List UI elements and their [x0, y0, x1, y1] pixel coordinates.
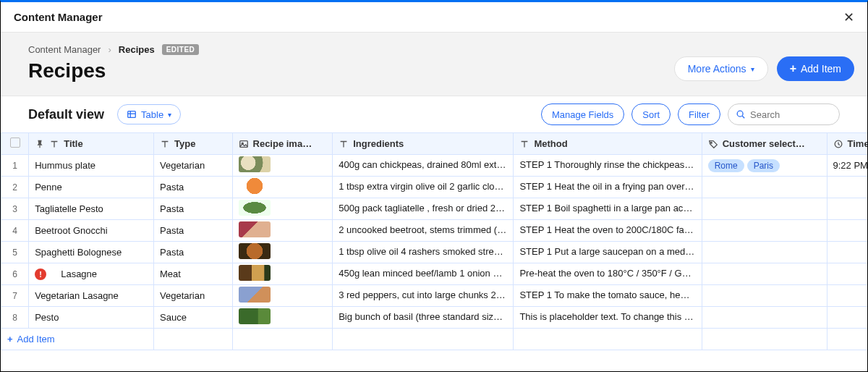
- table-row[interactable]: 6!LasagneMeat450g lean minced beef/lamb …: [1, 263, 868, 285]
- table-row[interactable]: 4Beetroot GnocchiPasta2 uncooked beetroo…: [1, 220, 868, 242]
- cell-method[interactable]: STEP 1 Heat the oil in a frying pan over…: [514, 177, 702, 198]
- cell-time[interactable]: [827, 263, 867, 285]
- clock-icon: [833, 139, 843, 149]
- cell-title[interactable]: Hummus plate: [29, 155, 154, 177]
- cell-ingredients[interactable]: 1 tbsp extra virgin olive oil 2 garlic c…: [333, 177, 514, 198]
- cell-title[interactable]: !Lasagne: [29, 263, 154, 285]
- cell-image[interactable]: [232, 198, 333, 220]
- search-input[interactable]: [750, 109, 822, 120]
- more-actions-button[interactable]: More Actions ▾: [674, 56, 768, 81]
- cell-ingredients[interactable]: 1 tbsp olive oil 4 rashers smoked streak…: [333, 242, 514, 263]
- cell-image[interactable]: [232, 155, 333, 177]
- table-row[interactable]: 8PestoSauceBig bunch of basil (three sta…: [1, 307, 868, 329]
- manage-fields-button[interactable]: Manage Fields: [541, 103, 624, 125]
- table-row[interactable]: 1Hummus plateVegetarian400g can chickpea…: [1, 155, 868, 177]
- cell-ingredients[interactable]: 500g pack tagliatelle , fresh or dried 2…: [333, 198, 514, 220]
- filter-button[interactable]: Filter: [678, 103, 720, 125]
- cell-tags[interactable]: [702, 177, 827, 198]
- col-time[interactable]: Time: [827, 133, 867, 155]
- cell-tags[interactable]: RomeParis: [702, 155, 827, 177]
- svg-rect-6: [239, 140, 247, 147]
- cell-type[interactable]: Sauce: [154, 307, 233, 329]
- row-number: 1: [1, 155, 29, 177]
- cell-ingredients[interactable]: 400g can chickpeas, drained 80ml extr…: [333, 155, 514, 177]
- cell-time[interactable]: [827, 177, 867, 198]
- cell-image[interactable]: [232, 220, 333, 242]
- recipe-thumbnail: [239, 265, 271, 281]
- more-actions-label: More Actions: [688, 63, 746, 75]
- plus-icon: +: [790, 62, 796, 75]
- cell-type[interactable]: Pasta: [154, 198, 233, 220]
- breadcrumb: Content Manager › Recipes EDITED: [28, 44, 199, 55]
- tag-chip[interactable]: Paris: [747, 159, 780, 172]
- cell-tags[interactable]: [702, 263, 827, 285]
- tag-chip[interactable]: Rome: [708, 159, 744, 172]
- cell-time[interactable]: [827, 220, 867, 242]
- view-type-pill[interactable]: Table ▾: [117, 104, 181, 124]
- row-number: 8: [1, 307, 29, 329]
- col-title[interactable]: Title: [29, 133, 154, 155]
- cell-type[interactable]: Vegetarian: [154, 285, 233, 307]
- cell-type[interactable]: Meat: [154, 263, 233, 285]
- cell-image[interactable]: [232, 242, 333, 263]
- cell-title[interactable]: Spaghetti Bolognese: [29, 242, 154, 263]
- cell-time[interactable]: [827, 285, 867, 307]
- table-row[interactable]: 2PennePasta1 tbsp extra virgin olive oil…: [1, 177, 868, 198]
- table-row[interactable]: 5Spaghetti BolognesePasta1 tbsp olive oi…: [1, 242, 868, 263]
- cell-ingredients[interactable]: 2 uncooked beetroot, stems trimmed (2…: [333, 220, 514, 242]
- col-tags[interactable]: Customer select…: [702, 133, 827, 155]
- chevron-right-icon: ›: [108, 44, 111, 55]
- cell-type[interactable]: Vegetarian: [154, 155, 233, 177]
- col-image[interactable]: Recipe ima…: [232, 133, 333, 155]
- cell-image[interactable]: [232, 307, 333, 329]
- window-title: Content Manager: [14, 11, 103, 23]
- cell-image[interactable]: [232, 177, 333, 198]
- cell-title[interactable]: Penne: [29, 177, 154, 198]
- cell-method[interactable]: STEP 1 Heat the oven to 200C/180C fan/ g…: [514, 220, 702, 242]
- cell-time[interactable]: [827, 307, 867, 329]
- add-item-footer[interactable]: +Add Item: [1, 329, 154, 350]
- cell-time[interactable]: [827, 242, 867, 263]
- cell-image[interactable]: [232, 263, 333, 285]
- cell-type[interactable]: Pasta: [154, 242, 233, 263]
- row-number: 2: [1, 177, 29, 198]
- cell-title[interactable]: Vegetarian Lasagne: [29, 285, 154, 307]
- cell-ingredients[interactable]: 3 red peppers, cut into large chunks 2 a…: [333, 285, 514, 307]
- cell-tags[interactable]: [702, 220, 827, 242]
- cell-ingredients[interactable]: 450g lean minced beef/lamb 1 onion 1 …: [333, 263, 514, 285]
- cell-ingredients[interactable]: Big bunch of basil (three standard size …: [333, 307, 514, 329]
- search-input-wrapper[interactable]: [728, 103, 840, 125]
- table-row[interactable]: 7Vegetarian LasagneVegetarian3 red peppe…: [1, 285, 868, 307]
- view-name: Default view: [28, 107, 104, 122]
- cell-image[interactable]: [232, 285, 333, 307]
- add-item-button[interactable]: + Add Item: [777, 56, 854, 81]
- cell-method[interactable]: This is placeholder text. To change this…: [514, 307, 702, 329]
- recipe-thumbnail: [239, 200, 271, 216]
- cell-tags[interactable]: [702, 198, 827, 220]
- sort-button[interactable]: Sort: [631, 103, 671, 125]
- table-row[interactable]: 3Tagliatelle PestoPasta500g pack tagliat…: [1, 198, 868, 220]
- cell-method[interactable]: Pre-heat the oven to 180°C / 350°F / Gas…: [514, 263, 702, 285]
- cell-tags[interactable]: [702, 285, 827, 307]
- close-icon[interactable]: ✕: [843, 9, 854, 25]
- cell-time[interactable]: [827, 198, 867, 220]
- svg-rect-0: [128, 111, 136, 118]
- cell-tags[interactable]: [702, 242, 827, 263]
- col-type[interactable]: Type: [154, 133, 233, 155]
- cell-method[interactable]: STEP 1 Boil spaghetti in a large pan acc…: [514, 198, 702, 220]
- cell-title[interactable]: Beetroot Gnocchi: [29, 220, 154, 242]
- col-ingredients[interactable]: Ingredients: [333, 133, 514, 155]
- cell-time[interactable]: 9:22 PM: [827, 155, 867, 177]
- cell-method[interactable]: STEP 1 Thoroughly rinse the chickpeas in…: [514, 155, 702, 177]
- cell-method[interactable]: STEP 1 Put a large saucepan on a medium …: [514, 242, 702, 263]
- cell-title[interactable]: Pesto: [29, 307, 154, 329]
- tag-icon: [708, 139, 718, 149]
- cell-method[interactable]: STEP 1 To make the tomato sauce, heat th…: [514, 285, 702, 307]
- breadcrumb-root[interactable]: Content Manager: [28, 44, 101, 55]
- cell-tags[interactable]: [702, 307, 827, 329]
- cell-type[interactable]: Pasta: [154, 220, 233, 242]
- select-all-header[interactable]: [1, 133, 29, 155]
- cell-type[interactable]: Pasta: [154, 177, 233, 198]
- col-method[interactable]: Method: [514, 133, 702, 155]
- cell-title[interactable]: Tagliatelle Pesto: [29, 198, 154, 220]
